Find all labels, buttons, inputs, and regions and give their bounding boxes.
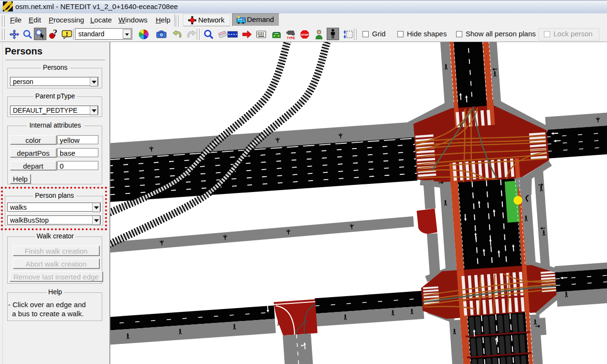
svg-text:?: ? — [53, 29, 57, 38]
svg-text:TYPE: TYPE — [287, 36, 296, 40]
svg-text:STOP: STOP — [301, 33, 309, 36]
